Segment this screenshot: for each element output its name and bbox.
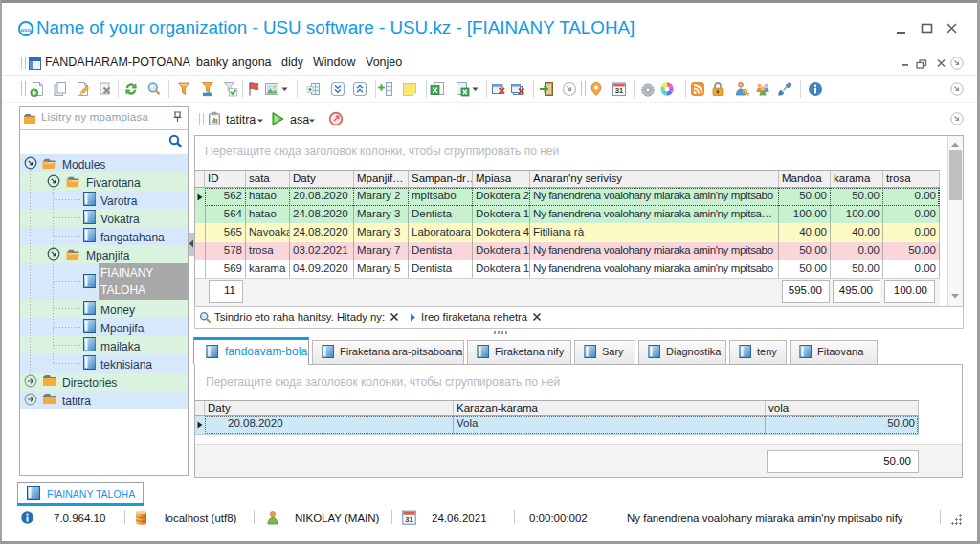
svg-text:usu: usu bbox=[21, 27, 32, 33]
svg-text:31: 31 bbox=[405, 515, 412, 524]
